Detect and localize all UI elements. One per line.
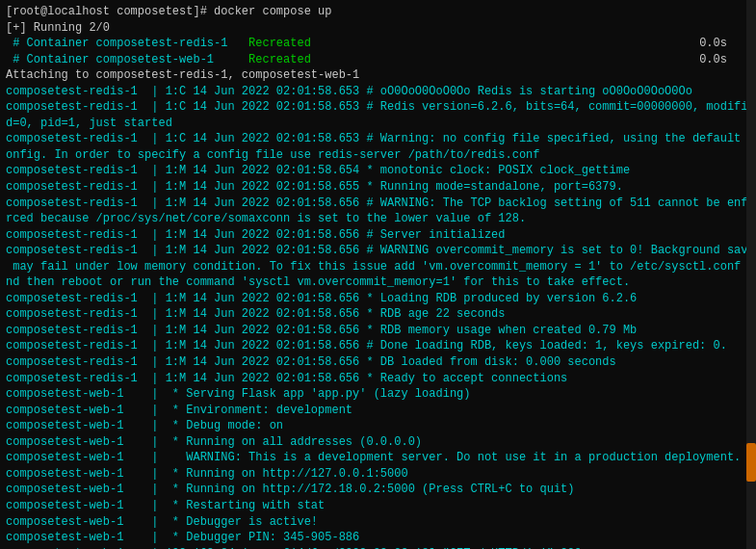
terminal-line: composetest-web-1 | * Serving Flask app … xyxy=(6,386,750,403)
line-text: composetest-redis-1 | 1:C 14 Jun 2022 02… xyxy=(6,131,755,147)
line-text: composetest-redis-1 | 1:M 14 Jun 2022 02… xyxy=(6,354,616,371)
recreated-label: Recreated xyxy=(248,36,311,52)
terminal-line: composetest-redis-1 | 1:M 14 Jun 2022 02… xyxy=(6,371,750,387)
line-text: composetest-web-1 | * Environment: devel… xyxy=(6,403,352,419)
terminal-line: [+] Running 2/0 xyxy=(6,20,750,37)
line-text: composetest-redis-1 | 1:M 14 Jun 2022 02… xyxy=(6,371,567,387)
line-text: composetest-redis-1 | 1:M 14 Jun 2022 02… xyxy=(6,306,505,323)
line-text: composetest-redis-1 | 1:M 14 Jun 2022 02… xyxy=(6,227,505,244)
line-text: nd then reboot or run the command 'sysct… xyxy=(6,274,630,291)
terminal-line: composetest-redis-1 | 1:C 14 Jun 2022 02… xyxy=(6,99,750,116)
terminal-line: d=0, pid=1, just started xyxy=(6,116,750,132)
terminal-line: composetest-web-1 | WARNING: This is a d… xyxy=(6,450,750,466)
line-text: composetest-web-1 | * Serving Flask app … xyxy=(6,386,470,403)
line-text: [+] Running 2/0 xyxy=(6,20,110,37)
terminal-line: composetest-redis-1 | 1:C 14 Jun 2022 02… xyxy=(6,131,750,147)
line-text: may fail under low memory condition. To … xyxy=(6,259,755,275)
line-text: composetest-redis-1 | 1:M 14 Jun 2022 02… xyxy=(6,163,630,179)
terminal-line: composetest-redis-1 | 1:M 14 Jun 2022 02… xyxy=(6,291,750,307)
terminal-line: composetest-redis-1 | 1:M 14 Jun 2022 02… xyxy=(6,306,750,323)
line-text: composetest-redis-1 | 1:M 14 Jun 2022 02… xyxy=(6,338,727,354)
terminal-line: composetest-redis-1 | 1:M 14 Jun 2022 02… xyxy=(6,163,750,179)
line-text: composetest-web-1 | * Running on all add… xyxy=(6,434,422,451)
terminal-line: nd then reboot or run the command 'sysct… xyxy=(6,274,750,291)
terminal-line: composetest-web-1 | * Running on all add… xyxy=(6,434,750,451)
line-text: rced because /proc/sys/net/core/somaxcon… xyxy=(6,211,526,227)
terminal-line: composetest-web-1 | * Environment: devel… xyxy=(6,403,750,419)
line-text: composetest-redis-1 | 1:C 14 Jun 2022 02… xyxy=(6,99,755,116)
terminal-line: composetest-redis-1 | 1:M 14 Jun 2022 02… xyxy=(6,243,750,259)
terminal-line: composetest-redis-1 | 1:M 14 Jun 2022 02… xyxy=(6,354,750,371)
line-text: composetest-redis-1 | 1:M 14 Jun 2022 02… xyxy=(6,291,637,307)
terminal-line: composetest-redis-1 | 1:C 14 Jun 2022 02… xyxy=(6,84,750,100)
terminal-line: composetest-web-1 | 192.168.84.1 - - [14… xyxy=(6,546,750,549)
line-text: composetest-web-1 | * Running on http://… xyxy=(6,482,575,498)
line-text: composetest-web-1 | * Debug mode: on xyxy=(6,418,283,434)
line-text: onfig. In order to specify a config file… xyxy=(6,147,540,164)
terminal-line: composetest-redis-1 | 1:M 14 Jun 2022 02… xyxy=(6,196,750,212)
terminal-line: composetest-redis-1 | 1:M 14 Jun 2022 02… xyxy=(6,227,750,244)
recreated-label: Recreated xyxy=(248,52,311,68)
line-text: composetest-web-1 | * Running on http://… xyxy=(6,466,408,483)
terminal-line: # Container composetest-redis-1 Recreate… xyxy=(6,36,750,52)
line-text: composetest-web-1 | * Restarting with st… xyxy=(6,498,325,514)
terminal-line: rced because /proc/sys/net/core/somaxcon… xyxy=(6,211,750,227)
line-text: [root@localhost composetest]# docker com… xyxy=(6,4,331,20)
line-text: composetest-web-1 | * Debugger is active… xyxy=(6,514,318,531)
terminal-window[interactable]: [root@localhost composetest]# docker com… xyxy=(0,0,756,549)
line-text: Attaching to composetest-redis-1, compos… xyxy=(6,67,359,84)
terminal-line: composetest-redis-1 | 1:M 14 Jun 2022 02… xyxy=(6,323,750,339)
line-text: 0.0s xyxy=(311,52,727,68)
line-text: composetest-redis-1 | 1:C 14 Jun 2022 02… xyxy=(6,84,692,100)
terminal-line: composetest-web-1 | * Running on http://… xyxy=(6,466,750,483)
line-text: # Container composetest-web-1 xyxy=(6,52,248,68)
terminal-line: composetest-web-1 | * Debugger PIN: 345-… xyxy=(6,530,750,546)
terminal-line: composetest-redis-1 | 1:M 14 Jun 2022 02… xyxy=(6,338,750,354)
line-text: 0.0s xyxy=(311,36,727,52)
terminal-line: composetest-web-1 | * Debugger is active… xyxy=(6,514,750,531)
terminal-line: composetest-web-1 | * Restarting with st… xyxy=(6,498,750,514)
line-text: composetest-web-1 | 192.168.84.1 - - [14… xyxy=(6,546,595,549)
scrollbar[interactable] xyxy=(746,0,756,549)
terminal-line: [root@localhost composetest]# docker com… xyxy=(6,4,750,20)
terminal-line: # Container composetest-web-1 Recreated … xyxy=(6,52,750,68)
terminal-line: composetest-web-1 | * Debug mode: on xyxy=(6,418,750,434)
line-text: d=0, pid=1, just started xyxy=(6,116,172,132)
line-text: composetest-redis-1 | 1:M 14 Jun 2022 02… xyxy=(6,179,623,196)
terminal-line: Attaching to composetest-redis-1, compos… xyxy=(6,67,750,84)
line-text: composetest-redis-1 | 1:M 14 Jun 2022 02… xyxy=(6,243,755,259)
line-text: # Container composetest-redis-1 xyxy=(6,36,248,52)
line-text: composetest-redis-1 | 1:M 14 Jun 2022 02… xyxy=(6,196,755,212)
line-text: composetest-web-1 | * Debugger PIN: 345-… xyxy=(6,530,359,546)
line-text: composetest-web-1 | WARNING: This is a d… xyxy=(6,450,741,466)
line-text: composetest-redis-1 | 1:M 14 Jun 2022 02… xyxy=(6,323,637,339)
terminal-line: composetest-redis-1 | 1:M 14 Jun 2022 02… xyxy=(6,179,750,196)
terminal-line: onfig. In order to specify a config file… xyxy=(6,147,750,164)
terminal-line: may fail under low memory condition. To … xyxy=(6,259,750,275)
terminal-line: composetest-web-1 | * Running on http://… xyxy=(6,482,750,498)
scrollbar-thumb[interactable] xyxy=(746,443,756,482)
